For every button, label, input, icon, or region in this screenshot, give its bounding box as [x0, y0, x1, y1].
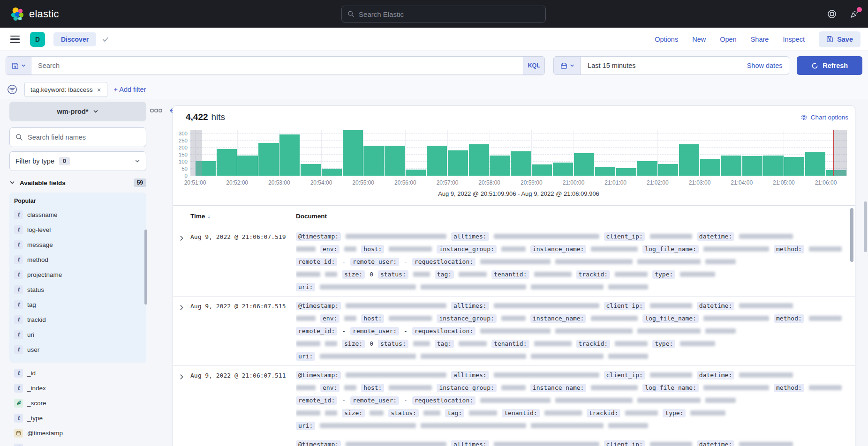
gear-icon [800, 114, 808, 121]
nav-link-open[interactable]: Open [720, 36, 736, 43]
global-header: elastic [0, 0, 868, 28]
histogram-bar-20:56:00 [406, 170, 426, 176]
redacted-value [809, 385, 842, 390]
remove-filter-icon[interactable]: × [97, 86, 101, 94]
sidebar-field-uri[interactable]: turi [13, 327, 143, 342]
doc-field-label: tenantid: [491, 270, 529, 279]
field-search-input[interactable] [28, 134, 140, 141]
nav-link-inspect[interactable]: Inspect [783, 36, 805, 43]
available-fields-count: 59 [134, 178, 146, 187]
available-fields-header[interactable]: Available fields 59 [9, 178, 146, 187]
redacted-value [608, 284, 648, 290]
sidebar-field-classname[interactable]: tclassname [13, 207, 143, 222]
sidebar-field-_type[interactable]: t_type [13, 410, 143, 425]
y-gridline [190, 133, 847, 134]
saved-query-menu-button[interactable] [6, 57, 31, 74]
time-range-value[interactable]: Last 15 minutes [581, 57, 747, 74]
histogram-bar-20:57:00 [448, 150, 468, 176]
sort-descending-icon[interactable]: ↓ [207, 213, 211, 220]
redacted-value [531, 284, 604, 290]
filter-pill-tag-keyword[interactable]: tag.keyword: lbaccess × [24, 82, 107, 97]
date-picker-menu-button[interactable] [554, 57, 581, 74]
doc-field-label: uri: [296, 352, 315, 361]
nav-link-share[interactable]: Share [751, 36, 769, 43]
elastic-brand[interactable]: elastic [10, 7, 59, 21]
doc-field-label: log_file_name: [642, 384, 699, 392]
news-feed-icon[interactable] [849, 9, 860, 19]
results-panel: 4,422 hits Chart options 050100150200250… [173, 105, 855, 446]
menu-icon[interactable] [10, 36, 20, 43]
y-tick-label: 50 [181, 166, 188, 171]
field-search-box[interactable] [9, 127, 146, 147]
sidebar-field-tag[interactable]: ttag [13, 297, 143, 312]
saved-check-icon [102, 36, 109, 43]
text-field-type-icon: t [14, 384, 23, 393]
doc-field-label: client_ip: [604, 232, 645, 241]
doc-field-label: env: [320, 314, 340, 323]
refresh-button[interactable]: Refresh [797, 56, 862, 75]
expand-row-icon[interactable] [173, 297, 190, 365]
query-search-input[interactable] [31, 57, 523, 74]
field-view-options-icon[interactable] [150, 108, 162, 113]
sidebar-field-_id[interactable]: t_id [13, 365, 143, 380]
filter-icon[interactable] [7, 84, 18, 95]
help-icon[interactable] [827, 9, 837, 19]
doc-field-value: - [404, 327, 408, 334]
redacted-value [325, 272, 337, 277]
sidebar-field-projectname[interactable]: tprojectname [13, 267, 143, 282]
global-search-input[interactable] [359, 10, 540, 18]
doc-field-label: trackid: [587, 409, 621, 417]
doc-field-label: status: [388, 409, 419, 417]
redacted-value [615, 272, 648, 277]
breadcrumb-discover[interactable]: Discover [53, 32, 96, 46]
brand-name: elastic [29, 8, 59, 20]
nav-link-options[interactable]: Options [655, 36, 678, 43]
row-timestamp [190, 435, 296, 446]
redacted-value [413, 341, 430, 346]
field-name: _score [27, 400, 46, 407]
nav-link-new[interactable]: New [692, 36, 706, 43]
sidebar-field-trackid[interactable]: ttrackid [13, 312, 143, 327]
redacted-value [690, 410, 725, 416]
hits-label: hits [211, 112, 226, 122]
table-scrollbar[interactable] [850, 208, 853, 262]
sidebar-field-message[interactable]: tmessage [13, 237, 143, 252]
sidebar-field-log-level[interactable]: tlog-level [13, 222, 143, 237]
query-language-button[interactable]: KQL [523, 57, 544, 74]
save-button[interactable]: Save [819, 31, 860, 47]
expand-row-icon[interactable] [173, 435, 190, 446]
redacted-value [325, 410, 337, 416]
histogram-plot[interactable] [190, 130, 847, 176]
expand-row-icon[interactable] [173, 366, 190, 435]
time-column-header[interactable]: Time ↓ [190, 213, 296, 220]
global-search-box[interactable] [341, 6, 546, 22]
add-filter-button[interactable]: + Add filter [114, 86, 146, 93]
date-field-type-icon [14, 429, 23, 438]
histogram-bar-21:04:30 [763, 156, 783, 176]
y-tick-label: 150 [179, 152, 188, 157]
x-tick-label: 20:54:00 [310, 179, 332, 186]
sidebar-field-accountid[interactable]: taccountid [13, 440, 143, 446]
chevron-down-icon [570, 63, 574, 68]
page-scrollbar[interactable] [864, 201, 867, 252]
chart-options-button[interactable]: Chart options [800, 114, 848, 121]
x-tick-label: 20:59:00 [521, 179, 543, 186]
sidebar-field-_score[interactable]: #_score [13, 395, 143, 410]
redacted-value [344, 385, 356, 390]
show-dates-button[interactable]: Show dates [747, 57, 789, 74]
sidebar-field-_index[interactable]: t_index [13, 380, 143, 395]
row-document-summary: @timestamp:alltimes:client_ip:datetime:e… [296, 435, 855, 446]
sidebar-field-status[interactable]: tstatus [13, 282, 143, 297]
space-avatar[interactable]: D [30, 32, 45, 47]
sidebar-field-user[interactable]: tuser [13, 342, 143, 357]
redacted-value [421, 284, 526, 290]
y-tick-label: 0 [185, 173, 188, 178]
histogram-bar-21:02:00 [658, 164, 678, 176]
index-pattern-selector[interactable]: wm-prod* [9, 102, 146, 121]
expand-row-icon[interactable] [173, 227, 190, 296]
filter-by-type-dropdown[interactable]: Filter by type 0 [9, 151, 146, 171]
sidebar-field-method[interactable]: tmethod [13, 252, 143, 267]
sidebar-scrollbar[interactable] [144, 230, 147, 305]
doc-field-label: datetime: [697, 302, 734, 310]
sidebar-field-@timestamp[interactable]: @timestamp [13, 425, 143, 440]
